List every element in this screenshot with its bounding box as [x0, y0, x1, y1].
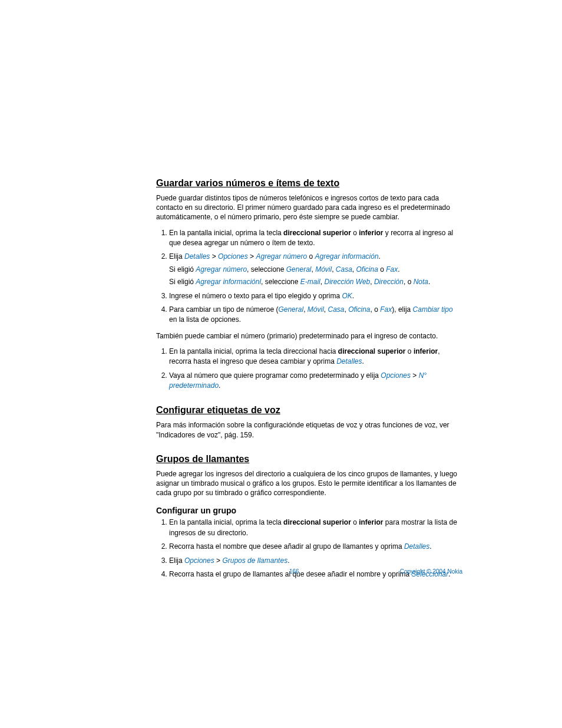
- sub-line: Si eligió Agregar informaciónl, seleccio…: [169, 277, 462, 287]
- list-item: Recorra hasta el nombre que desee añadir…: [169, 542, 462, 552]
- paragraph: También puede cambiar el número (primari…: [156, 331, 462, 341]
- heading-guardar-numeros: Guardar varios números e ítems de texto: [156, 178, 462, 189]
- ui-option: Opciones: [218, 252, 248, 261]
- heading-grupos-llamantes: Grupos de llamantes: [156, 454, 462, 465]
- list-item: En la pantalla inicial, oprima la tecla …: [169, 228, 462, 249]
- list-item: Vaya al número que quiere programar como…: [169, 371, 462, 391]
- list-item: Elija Detalles > Opciones > Agregar núme…: [169, 252, 462, 287]
- page-content: Guardar varios números e ítems de texto …: [156, 178, 462, 585]
- copyright: Copyright © 2004 Nokia: [400, 568, 462, 575]
- list-item: En la pantalla inicial, oprima la tecla …: [169, 347, 462, 367]
- intro-paragraph: Puede guardar distintos tipos de números…: [156, 193, 462, 222]
- ui-option: Agregar número: [256, 252, 307, 261]
- paragraph: Puede agregar los ingresos del directori…: [156, 469, 462, 498]
- paragraph: Para más información sobre la configurac…: [156, 420, 462, 439]
- list-item: Para cambiar un tipo de númeroe (General…: [169, 305, 462, 325]
- ordered-list-2: En la pantalla inicial, oprima la tecla …: [156, 347, 462, 391]
- list-item: Ingrese el número o texto para el tipo e…: [169, 291, 462, 301]
- sub-line: Si eligió Agregar número, seleccione Gen…: [169, 265, 462, 275]
- list-item: En la pantalla inicial, oprima la tecla …: [169, 518, 462, 538]
- subheading-configurar-grupo: Configurar un grupo: [156, 506, 462, 515]
- page-number: 166: [289, 568, 299, 575]
- heading-etiquetas-voz: Configurar etiquetas de voz: [156, 405, 462, 416]
- ordered-list-1: En la pantalla inicial, oprima la tecla …: [156, 228, 462, 325]
- ui-option: Agregar información: [315, 252, 379, 261]
- list-item: Elija Opciones > Grupos de llamantes.: [169, 556, 462, 566]
- ui-option: Detalles: [184, 252, 210, 261]
